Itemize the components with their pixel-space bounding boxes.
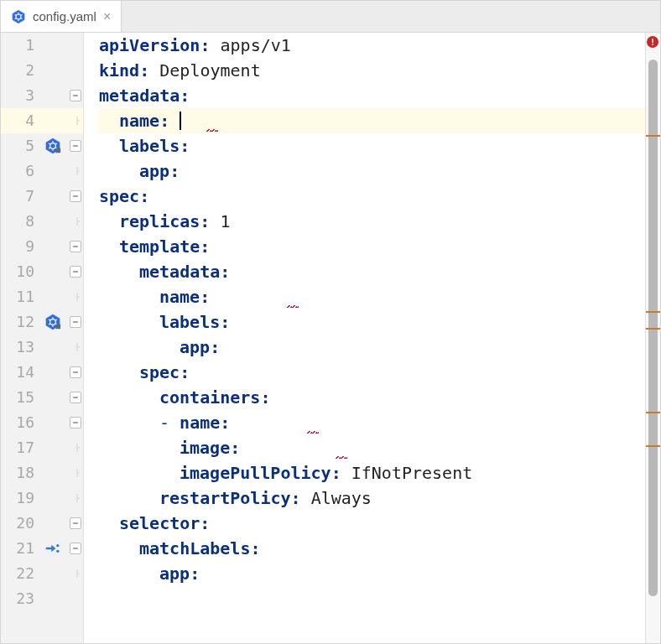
code-line[interactable]: - name: xyxy=(99,410,645,435)
fold-toggle[interactable] xyxy=(70,190,81,202)
code-line[interactable]: containers: xyxy=(99,385,645,410)
code-line[interactable]: app: xyxy=(99,158,645,184)
tab-bar: config.yaml × xyxy=(1,1,660,33)
fold-row xyxy=(41,561,83,586)
fold-toggle[interactable] xyxy=(70,316,81,328)
fold-row xyxy=(41,536,83,561)
line-number: 14 xyxy=(1,360,41,385)
token-punc: : xyxy=(220,262,230,282)
token-key: apiVersion xyxy=(99,35,200,55)
token-plain: 1 xyxy=(220,211,230,231)
token-key: selector xyxy=(119,513,200,533)
line-number: 18 xyxy=(1,460,41,486)
token-punc: : xyxy=(200,287,210,307)
line-number: 13 xyxy=(1,335,41,360)
token-punc: : xyxy=(180,86,190,106)
code-editor[interactable]: 1234567891011121314151617181920212223 ap… xyxy=(1,33,660,643)
token-punc: : xyxy=(220,413,230,433)
gutter: 1234567891011121314151617181920212223 xyxy=(1,33,84,643)
code-line[interactable] xyxy=(99,586,645,611)
fold-line-marker xyxy=(73,291,81,303)
error-underline xyxy=(336,456,347,459)
kubernetes-gutter-icon[interactable] xyxy=(44,138,61,154)
code-line[interactable]: image: xyxy=(99,435,645,460)
fold-row xyxy=(41,284,83,309)
fold-row xyxy=(41,435,83,460)
code-line[interactable]: name: xyxy=(99,284,645,309)
fold-line-marker xyxy=(73,492,81,504)
code-line[interactable]: app: xyxy=(99,335,645,360)
stripe-marker[interactable] xyxy=(646,311,660,313)
fold-line-marker xyxy=(73,115,81,127)
line-number: 11 xyxy=(1,284,41,309)
line-number: 9 xyxy=(1,234,41,259)
fold-toggle[interactable] xyxy=(70,90,81,101)
code-line[interactable]: replicas: 1 xyxy=(99,209,645,234)
run-to-line-icon[interactable] xyxy=(44,540,61,557)
code-line[interactable]: kind: Deployment xyxy=(99,58,645,83)
token-key: spec xyxy=(139,362,180,382)
svg-marker-0 xyxy=(13,9,25,23)
token-key: restartPolicy xyxy=(159,488,291,508)
code-line[interactable]: apiVersion: apps/v1 xyxy=(99,33,645,58)
kubernetes-gutter-icon[interactable] xyxy=(44,314,61,330)
token-punc: : xyxy=(291,488,301,508)
fold-row xyxy=(41,511,83,536)
fold-row xyxy=(41,33,83,58)
stripe-marker[interactable] xyxy=(646,328,660,330)
token-key: name xyxy=(180,413,220,433)
code-line[interactable]: labels: xyxy=(99,133,645,158)
fold-line-marker xyxy=(73,341,81,353)
stripe-marker[interactable] xyxy=(646,412,660,413)
token-punc: : xyxy=(180,136,190,156)
fold-toggle[interactable] xyxy=(70,266,81,278)
code-line[interactable]: matchLabels: xyxy=(99,536,645,561)
token-punc: : xyxy=(139,60,149,80)
token-key: containers xyxy=(159,387,260,408)
fold-row xyxy=(41,309,83,335)
code-line[interactable]: metadata: xyxy=(99,259,645,284)
fold-line-marker xyxy=(73,568,81,579)
token-plain: apps/v1 xyxy=(221,35,291,55)
code-line[interactable]: spec: xyxy=(99,184,645,209)
close-icon[interactable]: × xyxy=(103,10,111,23)
fold-toggle[interactable] xyxy=(70,241,81,252)
stripe-marker[interactable] xyxy=(646,135,660,137)
line-number: 2 xyxy=(1,58,41,83)
line-number: 4 xyxy=(1,108,41,133)
fold-toggle[interactable] xyxy=(70,543,81,554)
code-line[interactable]: name: xyxy=(99,108,645,133)
code-area[interactable]: apiVersion: apps/v1kind: Deploymentmetad… xyxy=(84,33,645,643)
token-punc: : xyxy=(200,211,210,231)
code-line[interactable]: restartPolicy: Always xyxy=(99,486,645,511)
fold-toggle[interactable] xyxy=(70,517,81,529)
stripe-marker[interactable] xyxy=(646,445,660,447)
fold-row xyxy=(41,133,83,158)
fold-toggle[interactable] xyxy=(70,366,81,378)
code-line[interactable]: selector: xyxy=(99,511,645,536)
fold-row xyxy=(41,410,83,435)
code-line[interactable]: labels: xyxy=(99,309,645,335)
line-numbers: 1234567891011121314151617181920212223 xyxy=(1,33,41,643)
fold-line-marker xyxy=(73,467,81,479)
token-punc: : xyxy=(200,513,210,533)
text-cursor xyxy=(180,112,181,130)
line-number: 12 xyxy=(1,309,41,335)
fold-line-marker xyxy=(73,165,81,177)
token-punc: : xyxy=(200,236,210,257)
fold-toggle[interactable] xyxy=(70,140,81,152)
line-number: 8 xyxy=(1,209,41,234)
code-line[interactable]: spec: xyxy=(99,360,645,385)
tab-config-yaml[interactable]: config.yaml × xyxy=(1,1,122,32)
fold-toggle[interactable] xyxy=(70,417,81,428)
fold-toggle[interactable] xyxy=(70,392,81,403)
code-line[interactable]: template: xyxy=(99,234,645,259)
error-underline xyxy=(206,129,218,132)
code-line[interactable]: imagePullPolicy: IfNotPresent xyxy=(99,460,645,486)
code-line[interactable]: metadata: xyxy=(99,83,645,108)
line-number: 22 xyxy=(1,561,41,586)
fold-line-marker xyxy=(73,442,81,454)
error-badge-icon[interactable] xyxy=(647,36,658,48)
error-stripe[interactable] xyxy=(645,33,660,643)
code-line[interactable]: app: xyxy=(99,561,645,586)
